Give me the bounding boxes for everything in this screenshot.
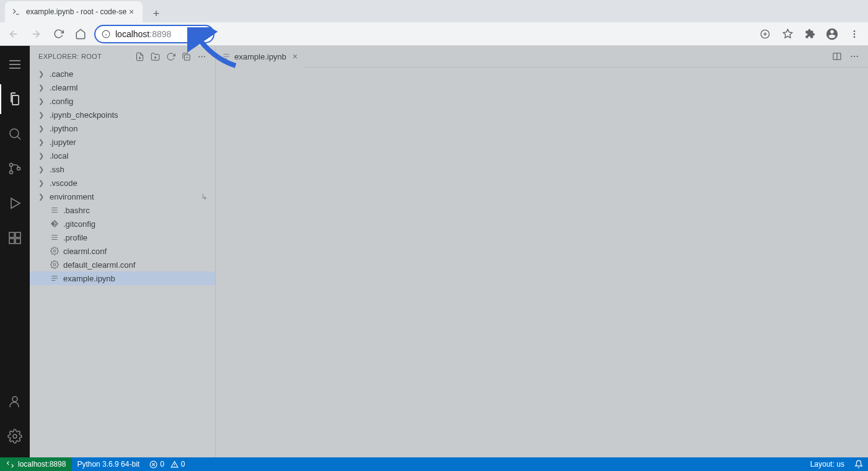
explorer-title: EXPLORER: ROOT (38, 53, 135, 60)
split-editor-icon[interactable] (832, 51, 842, 61)
chevron-right-icon: ❯ (38, 165, 46, 174)
editor-body[interactable] (216, 68, 868, 457)
back-button[interactable] (5, 25, 22, 43)
more-actions-icon[interactable] (197, 52, 206, 61)
activity-settings[interactable] (0, 421, 30, 451)
file-tree[interactable]: ❯.cache❯.clearml❯.config❯.ipynb_checkpoi… (30, 67, 215, 457)
refresh-explorer-icon[interactable] (166, 52, 175, 61)
notebook-file-icon (222, 52, 231, 61)
close-tab-icon[interactable]: × (126, 7, 136, 17)
chevron-right-icon: ❯ (38, 152, 46, 160)
folder-label: .clearml (50, 83, 78, 92)
tree-folder[interactable]: ❯.jupyter (30, 135, 215, 149)
file-icon (50, 260, 60, 269)
tree-folder[interactable]: ❯.config (30, 94, 215, 108)
svg-point-33 (204, 56, 205, 57)
chevron-right-icon: ❯ (38, 111, 46, 119)
tree-folder[interactable]: ❯.vscode (30, 176, 215, 190)
tree-folder[interactable]: ❯.local (30, 149, 215, 162)
tree-file[interactable]: example.ipynb (30, 271, 215, 285)
file-label: default_clearml.conf (63, 260, 135, 270)
svg-point-52 (857, 56, 858, 57)
activity-extensions[interactable] (0, 223, 30, 253)
folder-label: environment (50, 192, 94, 201)
vscode-main: EXPLORER: ROOT ❯.cache❯.clearml❯.config❯… (0, 46, 868, 457)
editor-more-icon[interactable] (849, 51, 859, 61)
status-warnings-count: 0 (181, 460, 185, 469)
folder-label: .jupyter (50, 138, 76, 147)
status-remote[interactable]: localhost:8898 (0, 457, 72, 471)
svg-point-41 (53, 263, 56, 266)
install-app-icon[interactable] (756, 25, 774, 43)
site-info-icon[interactable] (102, 30, 110, 38)
status-python-label: Python 3.6.9 64-bit (77, 460, 140, 469)
editor-tab[interactable]: example.ipynb × (216, 46, 304, 68)
chevron-right-icon: ❯ (38, 125, 46, 133)
file-label: .bashrc (63, 206, 90, 215)
profile-icon[interactable] (823, 25, 841, 43)
tree-folder[interactable]: ❯.cache (30, 67, 215, 81)
svg-rect-22 (16, 232, 20, 237)
activity-run-debug[interactable] (0, 188, 30, 218)
tree-folder[interactable]: ❯.ssh (30, 162, 215, 176)
browser-menu-icon[interactable] (846, 25, 863, 43)
vscode-app: EXPLORER: ROOT ❯.cache❯.clearml❯.config❯… (0, 46, 868, 471)
browser-tab[interactable]: example.ipynb - root - code-se × (5, 1, 143, 22)
explorer-sidebar: EXPLORER: ROOT ❯.cache❯.clearml❯.config❯… (30, 46, 216, 457)
hamburger-icon (9, 60, 20, 69)
svg-point-15 (10, 164, 13, 167)
status-bar: localhost:8898 Python 3.6.9 64-bit 0 0 L… (0, 457, 868, 471)
home-button[interactable] (72, 25, 89, 43)
browser-tab-strip: example.ipynb - root - code-se × + (0, 0, 868, 22)
svg-rect-20 (9, 239, 14, 244)
collapse-all-icon[interactable] (182, 52, 191, 61)
activity-search[interactable] (0, 119, 30, 149)
activity-explorer[interactable] (0, 84, 30, 114)
chevron-right-icon: ❯ (38, 84, 46, 92)
activity-account[interactable] (0, 387, 30, 416)
file-icon (50, 206, 60, 214)
folder-label: .cache (50, 69, 73, 79)
tree-file[interactable]: clearml.conf (30, 244, 215, 258)
tree-folder[interactable]: ❯environment↳ (30, 190, 215, 203)
editor-area: example.ipynb × (216, 46, 868, 457)
address-bar[interactable]: localhost:8898 (94, 25, 215, 43)
file-icon (50, 274, 60, 283)
status-layout[interactable]: Layout: us (805, 457, 849, 471)
tree-folder[interactable]: ❯.ipynb_checkpoints (30, 108, 215, 121)
file-label: clearml.conf (63, 247, 107, 256)
new-folder-icon[interactable] (151, 52, 160, 61)
tree-folder[interactable]: ❯.ipython (30, 121, 215, 135)
address-host: localhost (115, 29, 149, 39)
tree-folder[interactable]: ❯.clearml (30, 81, 215, 94)
folder-label: .vscode (50, 178, 78, 188)
bookmark-icon[interactable] (779, 25, 796, 43)
folder-label: .ipython (50, 124, 78, 133)
status-remote-label: localhost:8898 (18, 460, 66, 469)
tree-file[interactable]: .gitconfig (30, 217, 215, 231)
tree-file[interactable]: .profile (30, 231, 215, 244)
reload-button[interactable] (50, 25, 67, 43)
forward-button[interactable] (27, 25, 45, 43)
svg-rect-19 (9, 232, 14, 237)
status-problems[interactable]: 0 0 (144, 457, 190, 471)
new-tab-button[interactable]: + (148, 5, 165, 22)
new-file-icon[interactable] (135, 52, 144, 61)
extensions-icon[interactable] (801, 25, 818, 43)
file-icon (50, 247, 60, 255)
symlink-icon: ↳ (201, 192, 208, 201)
tree-file[interactable]: .bashrc (30, 203, 215, 217)
status-python[interactable]: Python 3.6.9 64-bit (72, 457, 144, 471)
svg-point-40 (53, 250, 56, 252)
editor-tab-bar: example.ipynb × (216, 46, 868, 68)
tree-file[interactable]: default_clearml.conf (30, 258, 215, 271)
status-notifications[interactable] (849, 457, 868, 471)
activity-source-control[interactable] (0, 154, 30, 183)
close-editor-tab-icon[interactable]: × (293, 51, 298, 61)
svg-point-16 (10, 171, 13, 174)
chevron-right-icon: ❯ (38, 138, 46, 146)
svg-marker-9 (783, 29, 792, 37)
editor-tab-label: example.ipynb (234, 52, 286, 61)
menu-button[interactable] (0, 50, 30, 79)
chevron-right-icon: ❯ (38, 193, 46, 201)
